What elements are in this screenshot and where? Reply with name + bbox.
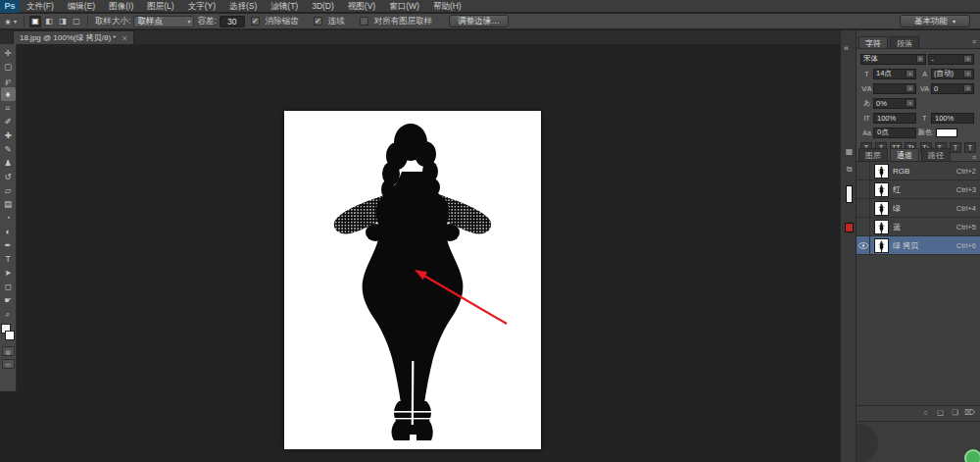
magic-wand-options-icon[interactable]: ⚹: [5, 16, 11, 27]
save-selection-as-channel-button[interactable]: ▢: [934, 407, 947, 418]
screen-mode-button[interactable]: ▭: [2, 359, 15, 369]
channel-row[interactable]: RGB Ctrl+2: [857, 162, 980, 180]
menu-文字[interactable]: 文字(Y): [181, 0, 222, 13]
sample-size-value: 取样点: [137, 16, 163, 27]
visibility-toggle[interactable]: [857, 162, 870, 180]
menu-图层[interactable]: 图层(L): [140, 0, 180, 13]
font-family-select[interactable]: 宋体 ▾: [860, 54, 926, 65]
gradient-tool[interactable]: ▤: [1, 197, 16, 211]
menu-滤镜[interactable]: 滤镜(T): [264, 0, 305, 13]
workspace-switcher-button[interactable]: 基本功能 ▾: [900, 15, 970, 27]
leading-value: (自动): [934, 69, 954, 78]
vertical-scale-input[interactable]: 100%: [873, 113, 916, 124]
baseline-shift-input[interactable]: 0点: [873, 128, 916, 138]
channel-row[interactable]: 红 Ctrl+3: [857, 180, 980, 199]
new-channel-button[interactable]: ❏: [949, 407, 961, 418]
visibility-toggle[interactable]: [857, 180, 870, 198]
tab-paths[interactable]: 路径: [921, 148, 951, 161]
clone-stamp-tool[interactable]: ♟: [1, 156, 16, 170]
document-canvas[interactable]: [284, 111, 541, 449]
leading-select[interactable]: (自动) ▾: [931, 69, 974, 79]
menu-文件[interactable]: 文件(F): [20, 0, 61, 13]
chevron-down-icon: ▾: [916, 56, 924, 62]
delete-channel-button[interactable]: ⌦: [963, 407, 976, 418]
brush-tool[interactable]: ✎: [1, 142, 16, 156]
canvas-workspace[interactable]: [17, 44, 840, 462]
channel-row[interactable]: 绿 Ctrl+4: [857, 199, 980, 218]
menu-选择[interactable]: 选择(S): [222, 0, 264, 13]
menu-帮助[interactable]: 帮助(H): [426, 0, 468, 13]
load-channel-as-selection-button[interactable]: ○: [919, 407, 932, 418]
collapse-panels-icon[interactable]: «: [844, 43, 849, 53]
proportional-spacing-icon: あ: [860, 98, 873, 108]
collapsed-panel-icon-1[interactable]: ▦: [844, 146, 855, 157]
quick-mask-button[interactable]: ◍: [2, 346, 15, 356]
visibility-toggle[interactable]: [857, 218, 870, 235]
font-style-select[interactable]: - ▾: [928, 54, 974, 65]
checkbox-checked-icon[interactable]: ✓: [314, 17, 322, 26]
background-color-swatch[interactable]: [5, 331, 15, 340]
visibility-toggle[interactable]: [857, 236, 870, 254]
menu-编辑[interactable]: 编辑(E): [61, 0, 102, 13]
menu-视图[interactable]: 视图(V): [341, 0, 382, 13]
lower-panel-group: [857, 421, 980, 462]
refine-edge-button[interactable]: 调整边缘…: [449, 15, 509, 27]
tracking-select[interactable]: 0 ▾: [931, 83, 974, 94]
collapsed-panel-icon-2[interactable]: ⧉: [844, 164, 855, 175]
blur-tool[interactable]: ◔: [1, 211, 16, 225]
panel-menu-icon[interactable]: ≡: [972, 36, 980, 48]
menu-窗口[interactable]: 窗口(W): [382, 0, 426, 13]
zoom-tool[interactable]: ⌕: [1, 307, 16, 321]
eyedropper-tool[interactable]: ✐: [1, 115, 16, 128]
tolerance-label: 容差:: [197, 16, 216, 27]
marquee-tool[interactable]: ▢: [1, 60, 16, 74]
photoshop-logo: Ps: [0, 0, 20, 13]
proportional-spacing-value: 0%: [876, 99, 887, 108]
menu-图像[interactable]: 图像(I): [102, 0, 140, 13]
menu-3D[interactable]: 3D(D): [305, 0, 341, 13]
proportional-spacing-select[interactable]: 0% ▾: [873, 98, 916, 109]
hand-tool[interactable]: ☛: [1, 293, 16, 307]
selection-mode-0[interactable]: ▣: [29, 16, 41, 27]
text-color-swatch[interactable]: [936, 128, 957, 137]
kerning-select[interactable]: ▾: [873, 83, 916, 94]
tab-paragraph[interactable]: 段落: [890, 36, 919, 48]
tab-channels[interactable]: 通道: [890, 148, 919, 161]
horizontal-scale-input[interactable]: 100%: [931, 113, 974, 124]
checkbox-unchecked-icon[interactable]: ✓: [360, 17, 368, 26]
font-size-select[interactable]: 14点 ▾: [873, 69, 916, 79]
selection-mode-2[interactable]: ◨: [57, 16, 69, 27]
shape-tool[interactable]: ◻: [1, 280, 16, 293]
type-tool[interactable]: T: [1, 252, 16, 266]
selection-mode-3[interactable]: ▢: [71, 16, 82, 27]
check-对所有图层取样[interactable]: ✓对所有图层取样: [360, 16, 436, 27]
tab-character[interactable]: 字符: [858, 36, 888, 48]
panel-menu-icon[interactable]: ≡: [972, 152, 980, 161]
pen-tool[interactable]: ✒: [1, 238, 16, 252]
font-family-value: 宋体: [863, 54, 878, 64]
check-连续[interactable]: ✓连续: [314, 16, 348, 27]
sample-size-select[interactable]: 取样点 ▾: [133, 16, 194, 27]
document-tab[interactable]: 18.jpg @ 100%(绿 拷贝/8) * ×: [13, 30, 134, 44]
selection-mode-1[interactable]: ◧: [43, 16, 55, 27]
channel-row[interactable]: 蓝 Ctrl+5: [857, 218, 980, 236]
history-brush-tool[interactable]: ↺: [1, 170, 16, 183]
eraser-tool[interactable]: ▱: [1, 183, 16, 197]
crop-tool[interactable]: ⌗: [1, 101, 16, 115]
close-tab-icon[interactable]: ×: [122, 33, 126, 43]
tool-preset-caret[interactable]: ▾: [14, 18, 17, 25]
chevron-down-icon: ▾: [963, 71, 971, 77]
check-消除锯齿[interactable]: ✓消除锯齿: [251, 16, 302, 27]
tab-layers[interactable]: 图层: [858, 148, 888, 161]
tracking-value: 0: [934, 84, 938, 93]
tolerance-input[interactable]: 30: [220, 16, 245, 27]
dodge-tool[interactable]: ◐: [1, 225, 16, 238]
channel-row[interactable]: 绿 拷贝 Ctrl+6: [857, 236, 980, 255]
visibility-toggle[interactable]: [857, 199, 870, 217]
lasso-tool[interactable]: ℘: [1, 74, 16, 87]
move-tool[interactable]: ✛: [1, 46, 16, 60]
magic-wand-tool[interactable]: ⚹: [1, 87, 16, 101]
healing-brush-tool[interactable]: ✚: [1, 128, 16, 142]
checkbox-checked-icon[interactable]: ✓: [251, 17, 260, 26]
path-select-tool[interactable]: ➤: [1, 266, 16, 280]
